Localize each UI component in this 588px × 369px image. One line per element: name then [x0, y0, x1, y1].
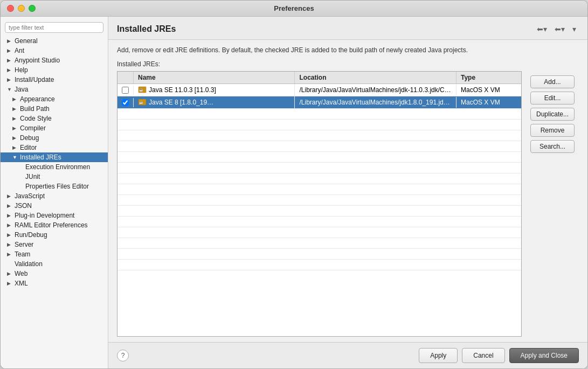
- close-button[interactable]: [7, 5, 14, 12]
- maximize-button[interactable]: [29, 5, 36, 12]
- svg-text:☕: ☕: [139, 88, 143, 92]
- arrow-icon: ▶: [12, 106, 19, 112]
- apply-button[interactable]: Apply: [419, 348, 458, 363]
- installed-jres-label: Installed JREs:: [117, 60, 579, 68]
- row-type-cell: MacOS X VM: [456, 85, 521, 95]
- jre-checkbox[interactable]: [122, 99, 129, 106]
- sidebar-item-run-debug[interactable]: ▶ Run/Debug: [1, 230, 108, 240]
- arrow-icon: ▶: [7, 242, 13, 247]
- forward-icon[interactable]: ⬅▾: [552, 23, 568, 35]
- back-icon[interactable]: ⬅▾: [534, 23, 550, 35]
- svg-text:☕: ☕: [139, 100, 143, 105]
- empty-row: [117, 184, 521, 195]
- sidebar-item-help[interactable]: ▶ Help: [1, 65, 108, 75]
- jre-action-buttons: Add... Edit... Duplicate... Remove Searc…: [526, 71, 579, 337]
- empty-row: [117, 195, 521, 206]
- sidebar-item-ant[interactable]: ▶ Ant: [1, 46, 108, 55]
- arrow-icon: ▶: [12, 135, 19, 141]
- sidebar-item-debug[interactable]: ▶ Debug: [1, 133, 108, 143]
- table-row[interactable]: ☕ Java SE 11.0.3 [11.0.3] /Library/Java/…: [117, 84, 521, 96]
- jre-panel-row: Name Location Type: [117, 71, 579, 337]
- arrow-icon: ▶: [7, 203, 13, 208]
- arrow-icon: ▶: [12, 96, 19, 102]
- apply-close-button[interactable]: Apply and Close: [509, 348, 579, 363]
- main-content: ▶ General ▶ Ant ▶ Anypoint Studio ▶ Help…: [1, 17, 587, 368]
- arrow-icon: ▶: [12, 126, 19, 131]
- sidebar-item-server[interactable]: ▶ Server: [1, 240, 108, 249]
- sidebar-item-appearance[interactable]: ▶ Appearance: [1, 94, 108, 104]
- arrow-icon: ▶: [7, 193, 13, 199]
- panel-header: Installed JREs ⬅▾ ⬅▾ ▾: [108, 17, 587, 40]
- row-name-cell: ☕ Java SE 8 [1.8.0_19…: [134, 96, 295, 108]
- menu-icon[interactable]: ▾: [570, 23, 579, 35]
- sidebar-item-execution-env[interactable]: Execution Environmen: [1, 162, 108, 172]
- sidebar-item-validation[interactable]: Validation: [1, 259, 108, 269]
- empty-row: [117, 238, 521, 249]
- sidebar-item-team[interactable]: ▶ Team: [1, 249, 108, 259]
- empty-row: [117, 206, 521, 217]
- table-row[interactable]: ☕ Java SE 8 [1.8.0_19… /Library/Java/Jav…: [117, 96, 521, 109]
- sidebar-item-general[interactable]: ▶ General: [1, 36, 108, 46]
- sidebar-item-build-path[interactable]: ▶ Build Path: [1, 104, 108, 114]
- edit-button[interactable]: Edit...: [530, 92, 575, 105]
- empty-row: [117, 249, 521, 260]
- row-location-cell: /Library/Java/JavaVirtualMachines/jdk1.8…: [295, 97, 456, 108]
- arrow-icon: ▶: [7, 271, 13, 276]
- arrow-icon: ▶: [7, 67, 13, 73]
- sidebar-item-junit[interactable]: JUnit: [1, 172, 108, 182]
- sidebar: ▶ General ▶ Ant ▶ Anypoint Studio ▶ Help…: [1, 17, 108, 368]
- name-col-header: Name: [134, 72, 295, 83]
- sidebar-item-javascript[interactable]: ▶ JavaScript: [1, 191, 108, 201]
- remove-button[interactable]: Remove: [530, 124, 575, 137]
- sidebar-item-json[interactable]: ▶ JSON: [1, 201, 108, 211]
- filter-input[interactable]: [5, 22, 103, 33]
- title-bar: Preferences: [1, 1, 587, 17]
- arrow-icon: ▶: [7, 213, 13, 218]
- arrow-icon: ▶: [7, 232, 13, 238]
- arrow-icon: ▶: [7, 58, 13, 63]
- sidebar-item-code-style[interactable]: ▶ Code Style: [1, 114, 108, 123]
- sidebar-item-properties-files[interactable]: Properties Files Editor: [1, 182, 108, 191]
- window-controls: [7, 5, 36, 12]
- arrow-icon: ▶: [7, 77, 13, 82]
- empty-row: [117, 163, 521, 173]
- arrow-icon: ▶: [7, 222, 13, 228]
- sidebar-item-web[interactable]: ▶ Web: [1, 269, 108, 279]
- sidebar-item-installed-jres[interactable]: ▼ Installed JREs: [1, 152, 108, 162]
- arrow-icon: ▼: [7, 87, 13, 92]
- sidebar-item-plugin-dev[interactable]: ▶ Plug-in Development: [1, 211, 108, 220]
- empty-row: [117, 152, 521, 163]
- jre-table: Name Location Type: [117, 71, 522, 337]
- window-title: Preferences: [274, 4, 314, 12]
- sidebar-item-raml[interactable]: ▶ RAML Editor Preferences: [1, 220, 108, 230]
- panel-title: Installed JREs: [117, 24, 176, 34]
- row-type-cell: MacOS X VM: [456, 97, 521, 108]
- preferences-window: Preferences ▶ General ▶ Ant ▶ Anypoint S…: [0, 0, 588, 369]
- cancel-button[interactable]: Cancel: [462, 348, 504, 363]
- arrow-icon: ▶: [7, 252, 13, 257]
- arrow-icon: ▶: [7, 281, 13, 286]
- jre-checkbox[interactable]: [122, 87, 129, 94]
- sidebar-item-java[interactable]: ▼ Java: [1, 85, 108, 94]
- row-name-cell: ☕ Java SE 11.0.3 [11.0.3]: [134, 84, 295, 96]
- minimize-button[interactable]: [18, 5, 25, 12]
- empty-row: [117, 109, 521, 120]
- table-body: ☕ Java SE 11.0.3 [11.0.3] /Library/Java/…: [117, 84, 521, 336]
- sidebar-item-compiler[interactable]: ▶ Compiler: [1, 123, 108, 133]
- help-button[interactable]: ?: [117, 350, 129, 361]
- sidebar-item-install-update[interactable]: ▶ Install/Update: [1, 75, 108, 85]
- add-button[interactable]: Add...: [530, 75, 575, 88]
- row-checkbox-cell[interactable]: [117, 98, 134, 107]
- arrow-icon: ▶: [7, 38, 13, 44]
- bottom-bar: ? Apply Cancel Apply and Close: [108, 342, 587, 368]
- duplicate-button[interactable]: Duplicate...: [530, 108, 575, 121]
- checkbox-col-header: [117, 72, 134, 83]
- jre-icon: ☕: [138, 86, 147, 94]
- search-button[interactable]: Search...: [530, 140, 575, 153]
- sidebar-item-editor[interactable]: ▶ Editor: [1, 143, 108, 152]
- sidebar-item-xml[interactable]: ▶ XML: [1, 279, 108, 288]
- panel-body: Add, remove or edit JRE definitions. By …: [108, 40, 587, 342]
- empty-row: [117, 217, 521, 227]
- row-checkbox-cell[interactable]: [117, 86, 134, 95]
- sidebar-item-anypoint-studio[interactable]: ▶ Anypoint Studio: [1, 55, 108, 65]
